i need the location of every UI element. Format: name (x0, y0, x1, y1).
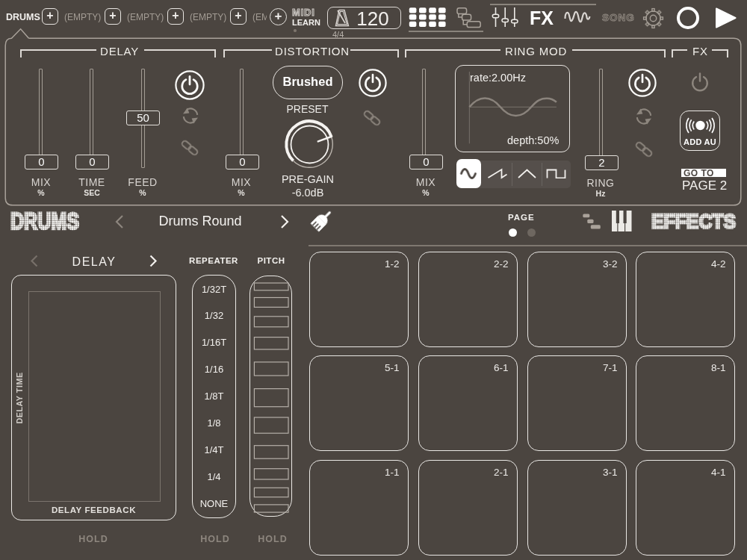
svg-text:DRUMS: DRUMS (10, 211, 79, 231)
svg-text:EFFECTS: EFFECTS (651, 213, 736, 229)
